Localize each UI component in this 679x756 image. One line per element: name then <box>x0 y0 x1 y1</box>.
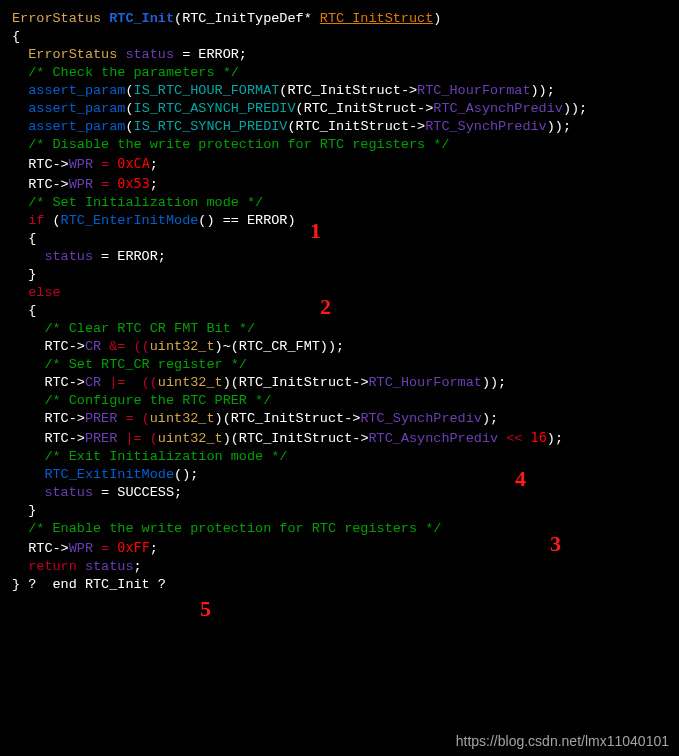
code-line: status = ERROR; <box>12 248 667 266</box>
annotation-5: 5 <box>200 600 211 618</box>
comment: /* Disable the write protection for RTC … <box>12 136 667 154</box>
watermark: https://blog.csdn.net/lmx11040101 <box>456 732 669 750</box>
code-line: status = SUCCESS; <box>12 484 667 502</box>
comment: /* Clear RTC CR FMT Bit */ <box>12 320 667 338</box>
code-line: } ? end RTC_Init ? <box>12 576 667 594</box>
code-line: ErrorStatus status = ERROR; <box>12 46 667 64</box>
comment: /* Configure the RTC PRER */ <box>12 392 667 410</box>
code-line: RTC->WPR = 0xFF; <box>12 538 667 558</box>
code-line: assert_param(IS_RTC_HOUR_FORMAT(RTC_Init… <box>12 82 667 100</box>
code-line: RTC_ExitInitMode(); <box>12 466 667 484</box>
comment: /* Check the parameters */ <box>12 64 667 82</box>
code-line: assert_param(IS_RTC_SYNCH_PREDIV(RTC_Ini… <box>12 118 667 136</box>
code-line: { <box>12 230 667 248</box>
code-line: RTC->CR |= ((uint32_t)(RTC_InitStruct->R… <box>12 374 667 392</box>
code-line: else <box>12 284 667 302</box>
code-line: return status; <box>12 558 667 576</box>
comment: /* Set RTC_CR register */ <box>12 356 667 374</box>
code-line: { <box>12 28 667 46</box>
code-line: RTC->PRER = (uint32_t)(RTC_InitStruct->R… <box>12 410 667 428</box>
code-line: RTC->CR &= ((uint32_t)~(RTC_CR_FMT)); <box>12 338 667 356</box>
comment: /* Set Initialization mode */ <box>12 194 667 212</box>
code-line: } <box>12 266 667 284</box>
code-line: RTC->WPR = 0x53; <box>12 174 667 194</box>
code-line: ErrorStatus RTC_Init(RTC_InitTypeDef* RT… <box>12 10 667 28</box>
code-block: ErrorStatus RTC_Init(RTC_InitTypeDef* RT… <box>12 10 667 594</box>
comment: /* Exit Initialization mode */ <box>12 448 667 466</box>
code-line: { <box>12 302 667 320</box>
comment: /* Enable the write protection for RTC r… <box>12 520 667 538</box>
code-line: if (RTC_EnterInitMode() == ERROR) <box>12 212 667 230</box>
code-line: } <box>12 502 667 520</box>
code-line: assert_param(IS_RTC_ASYNCH_PREDIV(RTC_In… <box>12 100 667 118</box>
code-line: RTC->PRER |= (uint32_t)(RTC_InitStruct->… <box>12 428 667 448</box>
code-line: RTC->WPR = 0xCA; <box>12 154 667 174</box>
